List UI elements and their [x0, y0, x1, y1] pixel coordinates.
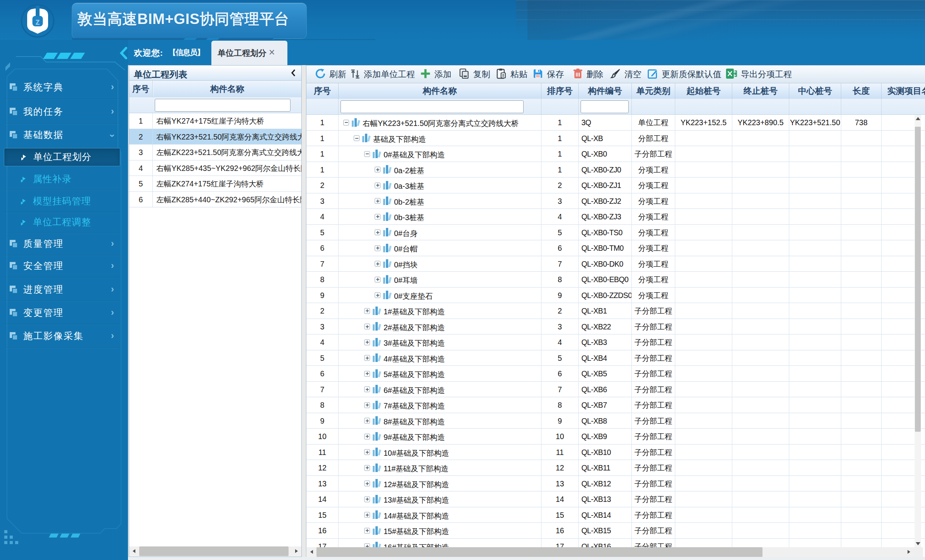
svg-text:z: z [35, 17, 40, 27]
